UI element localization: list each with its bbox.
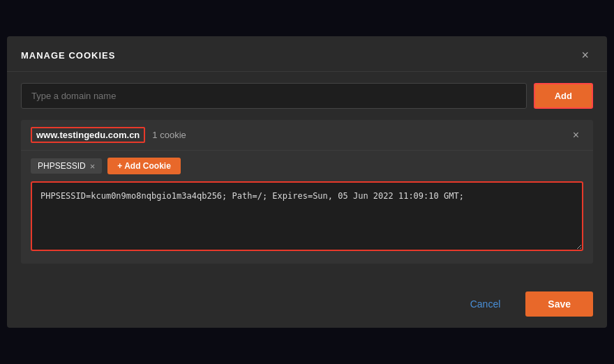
cookie-value-area	[31, 181, 583, 254]
cookie-tags-row: PHPSESSID × + Add Cookie	[21, 151, 593, 181]
modal-overlay: MANAGE COOKIES × Add www.testingedu.com.…	[0, 0, 614, 364]
manage-cookies-modal: MANAGE COOKIES × Add www.testingedu.com.…	[7, 36, 607, 328]
domain-close-button[interactable]: ×	[569, 128, 583, 143]
save-button[interactable]: Save	[525, 291, 593, 317]
domain-section: www.testingedu.com.cn 1 cookie × PHPSESS…	[21, 120, 593, 264]
domain-section-header: www.testingedu.com.cn 1 cookie ×	[21, 120, 593, 151]
cookie-value-textarea[interactable]	[31, 181, 583, 251]
add-domain-button[interactable]: Add	[534, 83, 593, 109]
domain-input-row: Add	[21, 83, 593, 109]
cookie-tag-phpsessid: PHPSESSID ×	[31, 158, 102, 174]
modal-footer: Cancel Save	[7, 283, 607, 328]
modal-body: Add www.testingedu.com.cn 1 cookie × PHP…	[7, 72, 607, 283]
domain-input[interactable]	[21, 83, 527, 109]
cookie-tag-name: PHPSESSID	[38, 161, 86, 171]
cancel-button[interactable]: Cancel	[459, 293, 512, 315]
cookie-tag-remove-button[interactable]: ×	[90, 162, 96, 171]
modal-close-button[interactable]: ×	[577, 47, 593, 63]
add-cookie-button[interactable]: + Add Cookie	[107, 158, 181, 174]
modal-title: MANAGE COOKIES	[21, 50, 115, 61]
modal-header: MANAGE COOKIES ×	[7, 36, 607, 72]
cookie-count-label: 1 cookie	[152, 130, 561, 140]
domain-name-label: www.testingedu.com.cn	[31, 127, 145, 143]
